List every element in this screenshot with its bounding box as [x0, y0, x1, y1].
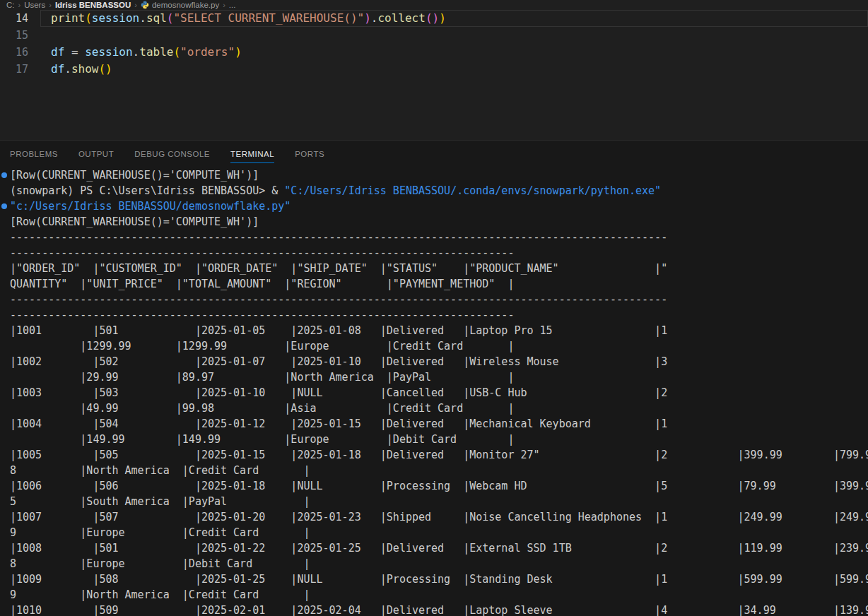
terminal-line: |1007 |507 |2025-01-20 |2025-01-23 |Ship… [0, 509, 868, 525]
chevron-right-icon: › [223, 1, 225, 9]
terminal-line: |29.99 |89.97 |North America |PayPal | [0, 369, 868, 385]
code-line-16[interactable]: 16df = session.table("orders") [0, 44, 868, 61]
breadcrumb-segment-idriss-benbassou[interactable]: Idriss BENBASSOU [55, 1, 131, 9]
line-number[interactable]: 16 [0, 44, 28, 61]
terminal-output[interactable]: [Row(CURRENT_WAREHOUSE()='COMPUTE_WH')](… [0, 167, 868, 616]
terminal-line: 9 |Europe |Credit Card | [0, 525, 868, 540]
breadcrumb-segment-demosnowflake-py[interactable]: demosnowflake.py [141, 1, 219, 9]
terminal-line: ----------------------------------------… [0, 230, 868, 245]
panel-tabs: PROBLEMSOUTPUTDEBUG CONSOLETERMINALPORTS [0, 141, 868, 165]
command-decoration-icon[interactable] [1, 203, 7, 209]
breadcrumb-label: demosnowflake.py [152, 1, 219, 9]
code-text: df = session.table("orders") [28, 44, 242, 61]
terminal-line: |"ORDER_ID" |"CUSTOMER_ID" |"ORDER_DATE"… [0, 261, 868, 276]
terminal-line: QUANTITY" |"UNIT_PRICE" |"TOTAL_AMOUNT" … [0, 276, 868, 292]
command-decoration-icon[interactable] [1, 172, 7, 178]
breadcrumb-label: Users [24, 1, 45, 9]
breadcrumb: C:›Users›Idriss BENBASSOU›demosnowflake.… [0, 0, 868, 10]
terminal-line: ----------------------------------------… [0, 245, 868, 261]
code-text: df.show() [28, 61, 112, 78]
terminal-line: (snowpark) PS C:\Users\Idriss BENBASSOU>… [0, 183, 868, 199]
code-editor[interactable]: 14print(session.sql("SELECT CURRENT_WARE… [0, 10, 868, 140]
terminal-line: |1299.99 |1299.99 |Europe |Credit Card | [0, 338, 868, 354]
terminal-line: |1003 |503 |2025-01-10 |NULL |Cancelled … [0, 385, 868, 401]
line-number[interactable]: 14 [0, 10, 28, 27]
terminal-line: "c:/Users/Idriss BENBASSOU/demosnowflake… [0, 199, 868, 214]
vscode-window: { "breadcrumb": { "separator": "›", "seg… [0, 0, 868, 616]
python-icon [141, 1, 149, 9]
terminal-line: |1001 |501 |2025-01-05 |2025-01-08 |Deli… [0, 323, 868, 338]
panel-tab-debug-console[interactable]: DEBUG CONSOLE [134, 143, 210, 163]
terminal-line: |1009 |508 |2025-01-25 |NULL |Processing… [0, 571, 868, 587]
bottom-panel: PROBLEMSOUTPUTDEBUG CONSOLETERMINALPORTS… [0, 140, 868, 616]
panel-tab-output[interactable]: OUTPUT [78, 143, 114, 163]
terminal-line: ----------------------------------------… [0, 292, 868, 307]
terminal-line: [Row(CURRENT_WAREHOUSE()='COMPUTE_WH')] [0, 214, 868, 230]
code-line-14[interactable]: 14print(session.sql("SELECT CURRENT_WARE… [0, 10, 868, 27]
breadcrumb-label: Idriss BENBASSOU [55, 1, 131, 9]
terminal-line: |1004 |504 |2025-01-12 |2025-01-15 |Deli… [0, 416, 868, 432]
terminal-line: 8 |North America |Credit Card | [0, 463, 868, 478]
line-number[interactable]: 17 [0, 61, 28, 78]
terminal-line: |49.99 |99.98 |Asia |Credit Card | [0, 401, 868, 416]
code-text: print(session.sql("SELECT CURRENT_WAREHO… [28, 10, 446, 27]
breadcrumb-segment-users[interactable]: Users [24, 1, 45, 9]
line-number[interactable]: 15 [0, 27, 28, 44]
chevron-right-icon: › [134, 1, 137, 9]
terminal-line: |1010 |509 |2025-02-01 |2025-02-04 |Deli… [0, 603, 868, 616]
terminal-line: [Row(CURRENT_WAREHOUSE()='COMPUTE_WH')] [0, 167, 868, 183]
breadcrumb-segment-c[interactable]: C: [6, 1, 15, 9]
code-line-17[interactable]: 17df.show() [0, 61, 868, 78]
code-line-15[interactable]: 15 [0, 27, 868, 44]
panel-tab-problems[interactable]: PROBLEMS [10, 143, 58, 163]
breadcrumb-segment-[interactable]: ... [229, 1, 236, 9]
terminal-line: ----------------------------------------… [0, 307, 868, 323]
code-text [28, 27, 51, 44]
chevron-right-icon: › [18, 1, 21, 9]
chevron-right-icon: › [49, 1, 52, 9]
terminal-line: 5 |South America |PayPal | [0, 494, 868, 509]
terminal-line: 8 |Europe |Debit Card | [0, 556, 868, 571]
terminal-line: |149.99 |149.99 |Europe |Debit Card | [0, 432, 868, 447]
terminal-line: |1002 |502 |2025-01-07 |2025-01-10 |Deli… [0, 354, 868, 369]
panel-tab-terminal[interactable]: TERMINAL [230, 143, 274, 163]
terminal-line: |1006 |506 |2025-01-18 |NULL |Processing… [0, 478, 868, 494]
terminal-line: |1005 |505 |2025-01-15 |2025-01-18 |Deli… [0, 447, 868, 463]
panel-tab-ports[interactable]: PORTS [295, 143, 324, 163]
breadcrumb-label: C: [6, 1, 15, 9]
breadcrumb-label: ... [229, 1, 236, 9]
terminal-line: |1008 |501 |2025-01-22 |2025-01-25 |Deli… [0, 540, 868, 556]
terminal-line: 9 |North America |Credit Card | [0, 587, 868, 603]
